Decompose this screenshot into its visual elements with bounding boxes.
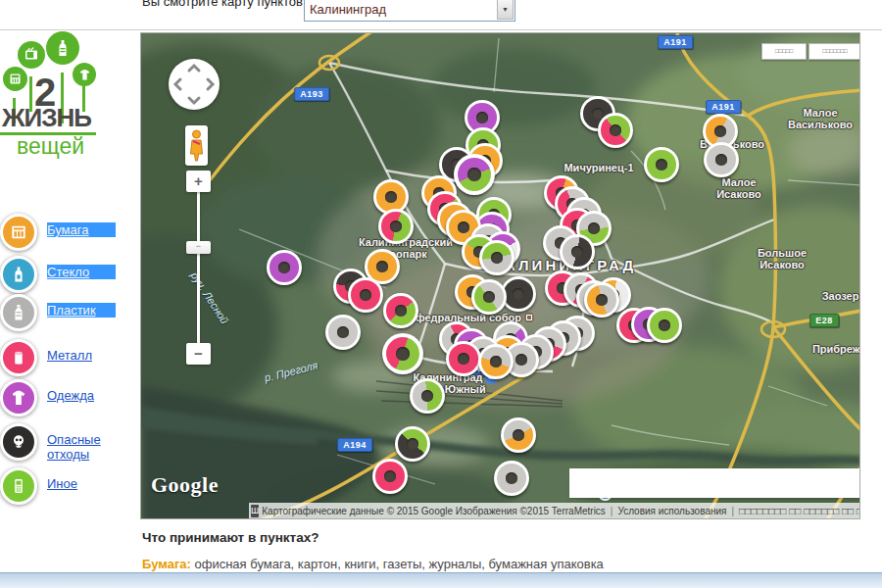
calculator-icon xyxy=(8,72,23,86)
recycling-point-marker[interactable] xyxy=(446,341,481,376)
tshirt-icon xyxy=(77,68,92,82)
overlay-placeholder-box xyxy=(569,468,860,498)
place-label: МалоеВасильково xyxy=(788,107,853,130)
skull-icon[interactable] xyxy=(0,423,37,461)
road-shield-а193: А193 xyxy=(294,87,329,101)
attribution-bar: Ш Картографические данные © 2015 Google … xyxy=(249,503,860,518)
place-label: БольшоеИсаково xyxy=(758,247,807,270)
recycling-point-marker[interactable] xyxy=(382,333,423,374)
logo-circle xyxy=(18,41,45,69)
city-select-value: Калининград xyxy=(305,2,497,17)
sidebar-link-glass[interactable]: Стекло xyxy=(47,265,116,279)
attribution-icon: Ш xyxy=(251,505,259,517)
recycling-point-marker[interactable] xyxy=(267,250,302,285)
map-canvas[interactable]: А193А191А191А194А194E28МалоеВасильковоВа… xyxy=(140,32,860,519)
bottle-icon xyxy=(53,38,73,58)
paper-icon[interactable] xyxy=(0,214,37,251)
recycling-point-marker[interactable] xyxy=(325,315,361,350)
paper-category-label: Бумага: xyxy=(142,557,191,571)
map-type-button-satellite[interactable]: □□□□□□□ xyxy=(808,43,860,60)
sidebar-link-metal[interactable]: Металл xyxy=(47,348,116,363)
recycling-point-marker[interactable] xyxy=(494,461,529,496)
google-logo[interactable]: Google xyxy=(151,472,219,498)
site-logo[interactable]: 2 жизнь вещей xyxy=(0,10,137,172)
place-label: МалоеИсаково xyxy=(716,176,761,200)
pegman-control[interactable] xyxy=(185,125,208,166)
recycling-point-marker[interactable] xyxy=(478,344,514,379)
recycling-point-marker[interactable] xyxy=(378,209,414,244)
recycling-point-marker[interactable] xyxy=(471,279,507,315)
recycling-point-marker[interactable] xyxy=(372,459,408,494)
logo-circle xyxy=(3,67,27,91)
recycling-point-marker[interactable] xyxy=(479,240,514,275)
road-shield-а194: А194 xyxy=(337,438,372,452)
road-shield-e28: E28 xyxy=(809,314,839,327)
recycling-point-marker[interactable] xyxy=(383,293,418,328)
pan-arrows-icon xyxy=(169,59,220,110)
road-shield-а191: А191 xyxy=(706,100,741,114)
city-select[interactable]: Калининград ▼ xyxy=(304,0,515,22)
tv-icon xyxy=(23,46,40,64)
metal-can-icon[interactable] xyxy=(0,339,37,376)
paper-category-text: офисная бумага, картон, книги, газеты, ж… xyxy=(191,557,604,571)
select-arrow-button[interactable]: ▼ xyxy=(497,0,514,20)
recycling-point-marker[interactable] xyxy=(584,282,619,318)
zoom-slider-handle[interactable]: − xyxy=(186,241,211,254)
sidebar-link-plastic[interactable]: Пластик xyxy=(47,303,116,318)
sidebar-link-clothes[interactable]: Одежда xyxy=(47,388,116,403)
logo-word-zhizn: жизнь xyxy=(2,103,91,133)
sidebar-link-hazardous[interactable]: Опасные отходы xyxy=(47,432,116,462)
report-map-error-link[interactable]: □□□□□□□□ □□ □□□□□□ □□ □□□□□ xyxy=(739,506,860,516)
recycling-point-marker[interactable] xyxy=(704,142,739,177)
logo-circle xyxy=(73,63,96,86)
pan-control[interactable] xyxy=(169,59,220,110)
recycling-point-marker[interactable] xyxy=(454,154,495,195)
points-heading: Что принимают в пунктах? xyxy=(142,530,318,545)
place-label: Прибрежное xyxy=(812,343,860,355)
terms-of-use-link[interactable]: Условия использования xyxy=(617,506,726,516)
poi-monument-icon[interactable] xyxy=(524,313,534,322)
plastic-bottle-icon[interactable] xyxy=(0,294,37,331)
satellite-map-image[interactable] xyxy=(141,33,860,519)
recycling-point-marker[interactable] xyxy=(501,417,536,453)
recycling-point-marker[interactable] xyxy=(410,378,445,414)
recycling-point-marker[interactable] xyxy=(644,147,679,182)
recycling-point-marker[interactable] xyxy=(560,234,595,270)
map-type-button-map[interactable]: □□□□□ xyxy=(761,43,807,60)
recycling-point-marker[interactable] xyxy=(647,308,682,343)
glass-bottle-icon[interactable] xyxy=(0,256,37,293)
page: Вы смотрите карту пунктов для: Калинингр… xyxy=(0,0,882,588)
recycling-point-marker[interactable] xyxy=(395,426,430,462)
divider: | xyxy=(611,506,613,516)
pegman-icon xyxy=(188,129,205,162)
zoom-slider-track[interactable] xyxy=(197,190,200,347)
road-shield-а191: А191 xyxy=(658,35,693,49)
logo-circle xyxy=(46,31,79,65)
attribution-text: Картографические данные © 2015 Google Из… xyxy=(262,506,606,516)
place-label: Заозерье xyxy=(822,290,860,302)
tshirt-icon[interactable] xyxy=(0,379,37,416)
recycling-point-marker[interactable] xyxy=(348,277,383,313)
logo-word-veshej: вещей xyxy=(17,133,84,160)
zoom-in-button[interactable]: + xyxy=(186,171,211,192)
sidebar-link-other[interactable]: Иное xyxy=(47,476,116,491)
window-bottom-bar xyxy=(0,572,882,588)
phone-icon[interactable] xyxy=(0,467,37,505)
divider: | xyxy=(731,506,734,516)
recycling-point-marker[interactable] xyxy=(598,113,633,148)
sidebar-link-paper[interactable]: Бумага xyxy=(47,222,116,237)
zoom-out-button[interactable]: − xyxy=(186,343,211,365)
place-label: Мичуринец-1 xyxy=(564,162,633,173)
paper-description: Бумага: офисная бумага, картон, книги, г… xyxy=(142,557,828,571)
